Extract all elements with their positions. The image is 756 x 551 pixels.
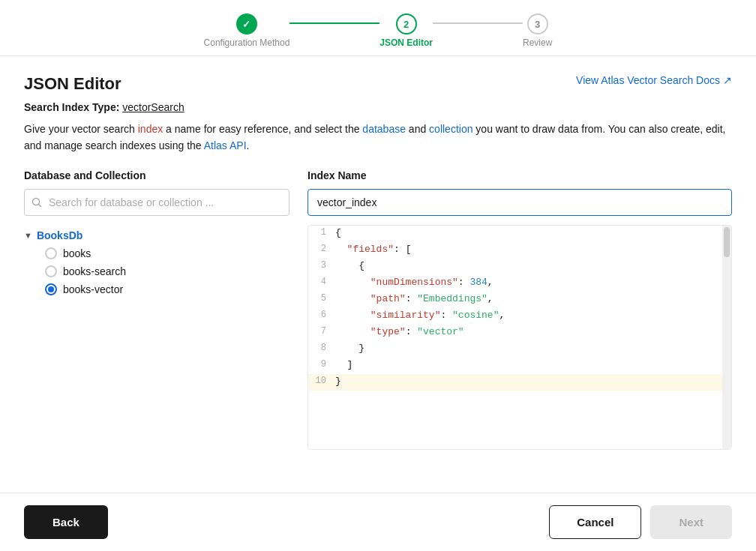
stepper: ✓ Configuration Method 2 JSON Editor 3 R… bbox=[0, 0, 756, 56]
search-index-type: Search Index Type: vectorSearch bbox=[24, 101, 732, 113]
connector-1 bbox=[290, 22, 380, 24]
step-config: ✓ Configuration Method bbox=[204, 13, 290, 48]
step-review: 3 Review bbox=[523, 13, 552, 48]
editor-scrollbar[interactable] bbox=[722, 226, 731, 449]
database-name: BooksDb bbox=[37, 229, 82, 241]
form-section: Database and Collection ▼ BooksDb books bbox=[24, 169, 732, 450]
db-collection-label: Database and Collection bbox=[24, 169, 290, 181]
step-circle-2: 2 bbox=[396, 13, 417, 34]
step-json: 2 JSON Editor bbox=[380, 13, 433, 48]
right-panel: Index Name 1 { 2 "fields": [ 3 { 4 bbox=[308, 169, 732, 450]
scrollbar-thumb bbox=[724, 227, 730, 257]
code-line-6: 6 "similarity": "cosine", bbox=[308, 308, 731, 325]
code-line-9: 9 ] bbox=[308, 358, 731, 374]
docs-link[interactable]: View Atlas Vector Search Docs ↗ bbox=[576, 74, 732, 86]
left-panel: Database and Collection ▼ BooksDb books bbox=[24, 169, 290, 450]
code-line-5: 5 "path": "Embeddings", bbox=[308, 292, 731, 308]
main-content: JSON Editor View Atlas Vector Search Doc… bbox=[0, 56, 756, 450]
search-icon bbox=[32, 197, 42, 208]
list-item[interactable]: books-vector bbox=[45, 280, 290, 298]
collection-name-books: books bbox=[63, 247, 91, 259]
step-circle-3: 3 bbox=[527, 13, 548, 34]
index-name-label: Index Name bbox=[308, 169, 732, 181]
collection-name-books-vector: books-vector bbox=[63, 283, 123, 295]
external-link-icon: ↗ bbox=[723, 74, 732, 86]
footer-right-buttons: Cancel Next bbox=[549, 505, 732, 539]
step-label-2: JSON Editor bbox=[380, 37, 433, 48]
step-label-1: Configuration Method bbox=[204, 37, 290, 48]
back-button[interactable]: Back bbox=[24, 505, 108, 539]
list-item[interactable]: books bbox=[45, 244, 290, 262]
code-line-10: 10 } bbox=[308, 374, 731, 391]
cancel-button[interactable]: Cancel bbox=[549, 505, 641, 539]
code-line-8: 8 } bbox=[308, 341, 731, 358]
collection-name-books-search: books-search bbox=[63, 265, 126, 277]
description: Give your vector search index a name for… bbox=[24, 121, 732, 154]
search-input[interactable] bbox=[24, 189, 290, 216]
page-title: JSON Editor bbox=[24, 74, 122, 94]
footer: Back Cancel Next bbox=[0, 493, 756, 551]
search-wrapper bbox=[24, 189, 290, 216]
atlas-api-link[interactable]: Atlas API bbox=[204, 139, 247, 151]
code-editor: 1 { 2 "fields": [ 3 { 4 "numDimensions":… bbox=[308, 225, 732, 450]
step-circle-1: ✓ bbox=[236, 13, 257, 34]
code-line-2: 2 "fields": [ bbox=[308, 242, 731, 259]
step-label-3: Review bbox=[523, 37, 552, 48]
chevron-down-icon: ▼ bbox=[24, 231, 32, 240]
index-name-input[interactable] bbox=[308, 189, 732, 216]
code-line-4: 4 "numDimensions": 384, bbox=[308, 275, 731, 292]
svg-line-1 bbox=[39, 204, 41, 206]
checkmark-icon: ✓ bbox=[242, 19, 250, 30]
radio-books-vector[interactable] bbox=[45, 283, 57, 295]
list-item[interactable]: books-search bbox=[45, 262, 290, 280]
page-header: JSON Editor View Atlas Vector Search Doc… bbox=[24, 74, 732, 94]
database-tree-item[interactable]: ▼ BooksDb bbox=[24, 226, 290, 244]
next-button[interactable]: Next bbox=[650, 505, 732, 539]
code-line-7: 7 "type": "vector" bbox=[308, 325, 731, 341]
radio-books-search[interactable] bbox=[45, 265, 57, 277]
collections-list: books books-search books-vector bbox=[24, 244, 290, 298]
connector-2 bbox=[433, 22, 523, 24]
radio-books[interactable] bbox=[45, 247, 57, 259]
code-line-3: 3 { bbox=[308, 259, 731, 275]
code-line-1: 1 { bbox=[308, 226, 731, 242]
